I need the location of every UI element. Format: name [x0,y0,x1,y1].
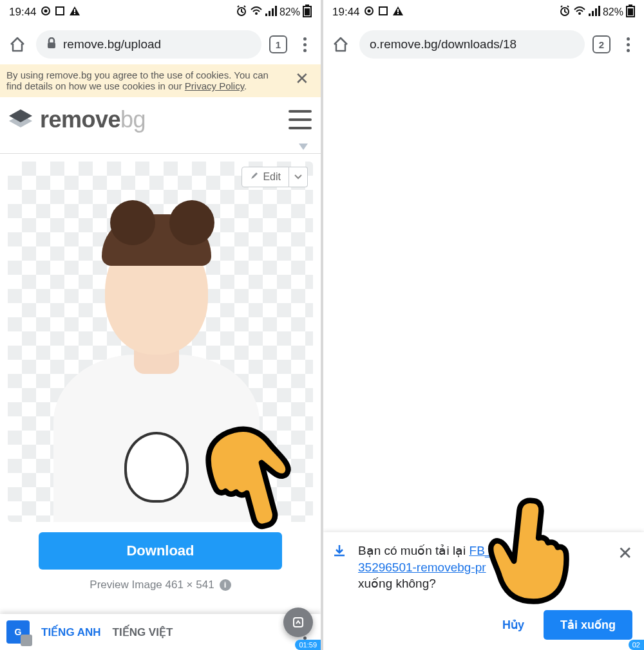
svg-point-22 [578,12,581,15]
screenshot-left: 19:44 82% [0,0,321,650]
lock-icon [46,37,57,52]
battery-icon [303,5,312,21]
battery-icon [626,5,635,21]
svg-rect-26 [598,6,600,16]
svg-rect-18 [379,7,387,15]
brush-icon [250,171,259,183]
status-bar: 19:44 82% [323,0,644,24]
battery-percent: 82% [279,6,300,18]
cookie-banner: By using remove.bg you agree to the use … [0,64,321,97]
svg-rect-29 [628,8,633,15]
privacy-policy-link[interactable]: Privacy Policy [185,80,244,91]
svg-rect-2 [56,7,64,15]
svg-rect-13 [305,8,310,15]
download-filename-link[interactable]: FB_I [469,544,495,557]
svg-rect-25 [595,8,597,16]
recording-time-pill: 01:59 [295,640,321,650]
download-confirm-button[interactable]: Tải xuống [544,610,632,640]
warning-icon [69,6,80,19]
svg-rect-9 [272,8,274,16]
crop-icon [55,6,65,19]
svg-rect-8 [269,11,270,16]
browser-toolbar: remove.bg/upload 1 [0,24,321,64]
url-bar[interactable]: remove.bg/upload [36,30,261,59]
cancel-button[interactable]: Hủy [495,611,532,638]
cutout-image [60,213,253,522]
url-text: o.remove.bg/downloads/18 [370,37,516,51]
download-icon [332,543,349,561]
tab-count[interactable]: 1 [269,35,287,53]
lang-tab-english[interactable]: TIẾNG ANH [41,626,101,639]
info-icon[interactable]: i [220,579,231,591]
svg-rect-20 [397,13,399,14]
svg-rect-14 [48,42,55,48]
preview-info: Preview Image 461 × 541 i [0,579,321,591]
recording-time-pill: 02 [629,640,644,650]
home-button[interactable] [330,33,352,55]
download-prompt: Bạn có muốn tải lại FB_I 35296501-remove… [323,532,644,650]
svg-rect-23 [589,14,591,16]
signal-icon [589,6,600,19]
home-button[interactable] [6,33,28,55]
browser-menu-button[interactable] [618,37,638,52]
blank-page [323,64,644,532]
edit-button[interactable]: Edit [242,167,289,187]
svg-rect-7 [265,14,267,16]
signal-icon [265,6,277,19]
svg-point-6 [255,12,258,15]
download-prompt-text: Bạn có muốn tải lại FB_I 35296501-remove… [358,543,606,592]
url-bar[interactable]: o.remove.bg/downloads/18 [359,30,585,59]
svg-rect-10 [275,6,277,16]
lang-tab-vietnamese[interactable]: TIẾNG VIỆT [113,626,173,639]
url-text: remove.bg/upload [63,37,161,51]
menu-button[interactable] [289,110,312,129]
svg-point-1 [44,9,47,12]
status-bar: 19:44 82% [0,0,321,24]
cookie-close-button[interactable]: ✕ [290,70,314,89]
close-prompt-button[interactable]: ✕ [615,543,635,564]
svg-rect-19 [397,9,399,12]
logo-icon [6,106,35,134]
site-header: removebg [0,97,321,142]
browser-menu-button[interactable] [295,37,314,52]
tab-count[interactable]: 2 [592,35,611,53]
screenshot-right: 19:44 82% o.remove.bg/downloads/18 2 [323,0,644,650]
rec-icon [364,6,374,19]
scroll-to-top-button[interactable] [283,608,313,637]
svg-rect-4 [74,13,75,14]
svg-point-17 [367,9,370,12]
status-time: 19:44 [332,6,360,19]
translate-bar: G TIẾNG ANH TIẾNG VIỆT [0,614,321,650]
svg-rect-3 [74,9,75,12]
google-translate-icon[interactable]: G [6,620,30,644]
site-logo[interactable]: removebg [6,106,146,134]
alarm-icon [559,5,571,20]
result-preview: Edit [8,162,313,522]
wifi-icon [573,6,586,19]
edit-dropdown-button[interactable] [289,167,308,187]
status-time: 19:44 [9,6,37,19]
wifi-icon [250,6,263,19]
rec-icon [41,6,51,19]
browser-toolbar: o.remove.bg/downloads/18 2 [323,24,644,64]
download-filename-link[interactable]: 35296501-removebg-pr [358,561,486,574]
crop-icon [378,6,388,19]
svg-rect-24 [592,11,594,16]
download-button[interactable]: Download [39,532,282,570]
alarm-icon [236,5,247,20]
svg-rect-15 [294,618,303,627]
warning-icon [392,6,404,19]
tabs-dropdown-indicator[interactable] [0,142,321,154]
battery-percent: 82% [603,6,623,18]
